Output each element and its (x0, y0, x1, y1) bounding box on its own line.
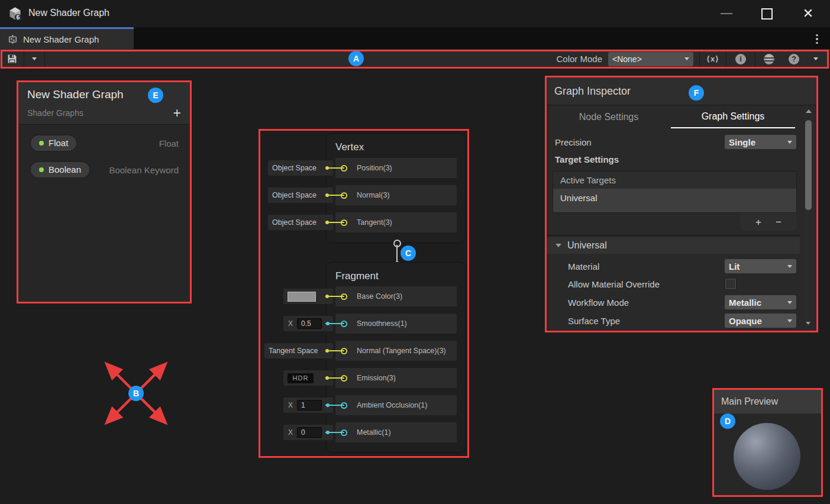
unity-logo-icon: 6 (7, 5, 23, 24)
annotation-badge-e: E (148, 88, 163, 103)
maximize-button[interactable] (753, 0, 780, 27)
annotation-badge-b: B (128, 386, 144, 401)
annotation-box-blackboard (17, 80, 192, 303)
annotation-box-preview (712, 388, 823, 497)
tab-label: New Shader Graph (23, 34, 99, 44)
annotation-box-toolbar (1, 50, 829, 69)
annotation-badge-d: D (720, 413, 735, 429)
minimize-button[interactable] (713, 0, 740, 27)
annotation-badge-c: C (401, 245, 416, 261)
maximize-icon (761, 8, 773, 20)
window-titlebar: 6 New Shader Graph ✕ (0, 0, 830, 28)
tab-bar: New Shader Graph (0, 27, 830, 49)
shader-graph-window: 6 New Shader Graph ✕ New Shader Graph (0, 0, 830, 504)
close-icon: ✕ (803, 7, 813, 20)
annotation-badge-a: A (348, 51, 364, 66)
annotation-badge-f: F (689, 85, 704, 101)
tab-new-shader-graph[interactable]: New Shader Graph (0, 27, 134, 49)
annotation-box-inspector (545, 76, 818, 332)
shader-graph-asset-icon (8, 34, 18, 44)
svg-text:6: 6 (17, 14, 20, 21)
window-title: New Shader Graph (28, 8, 109, 18)
minimize-icon (721, 13, 732, 14)
annotation-box-nodes (259, 129, 469, 458)
tab-overflow-menu-button[interactable] (811, 32, 823, 46)
close-button[interactable]: ✕ (795, 0, 822, 27)
